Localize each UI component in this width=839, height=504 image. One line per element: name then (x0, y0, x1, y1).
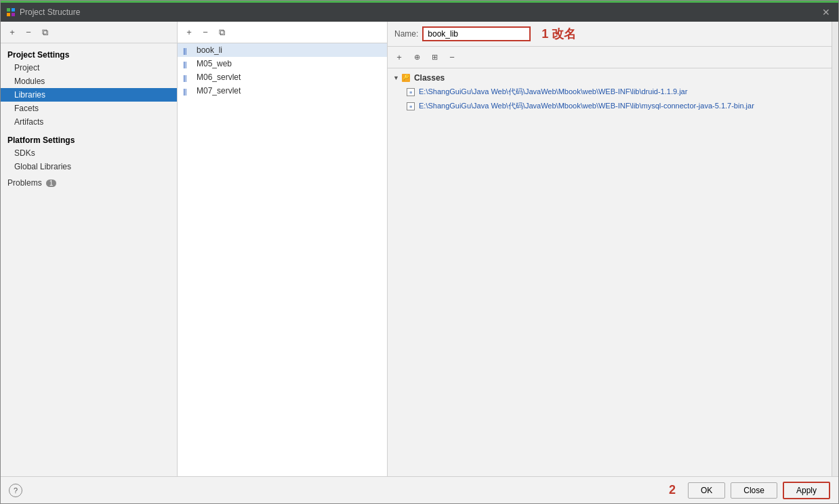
lib-item-M06_servlet[interactable]: M06_servlet (178, 70, 387, 84)
annotation-2: 2 (669, 483, 676, 497)
close-button[interactable]: ✕ (819, 5, 833, 19)
sidebar-item-sdks[interactable]: SDKs (1, 146, 177, 160)
lib-item-book_li[interactable]: book_li (178, 43, 387, 57)
problems-label: Problems (7, 178, 42, 188)
sidebar-item-modules[interactable]: Modules (1, 75, 177, 88)
svg-rect-3 (12, 13, 15, 16)
center-add-button[interactable]: + (182, 25, 197, 40)
left-toolbar: + − ⧉ (1, 22, 177, 43)
svg-rect-1 (12, 8, 15, 12)
main-content: + − ⧉ Project Settings Project Modules L… (1, 22, 838, 476)
detail-remove-button[interactable]: − (445, 50, 459, 65)
detail-add-button[interactable]: + (392, 50, 407, 65)
lib-icon (183, 60, 192, 68)
jar-icon: ≡ (407, 88, 415, 96)
center-panel: + − ⧉ book_li M05_web M06_servlet (178, 22, 388, 476)
classes-group: ▼ 🔑 Classes (388, 71, 832, 85)
detail-add-jar-button[interactable]: ⊞ (427, 50, 442, 65)
platform-settings-label: Platform Settings (1, 129, 177, 146)
lib-item-label: M07_servlet (197, 86, 241, 96)
annotation-rename: 1 改名 (541, 26, 576, 42)
title-bar: Project Structure ✕ (1, 3, 838, 22)
jar-item-1[interactable]: ≡ E:\ShangGuiGu\Java Web\代码\JavaWeb\Mboo… (388, 99, 832, 113)
sidebar-item-global-libraries[interactable]: Global Libraries (1, 160, 177, 173)
detail-toolbar: + ⊕ ⊞ − (388, 47, 832, 68)
center-copy-button[interactable]: ⧉ (214, 25, 229, 40)
svg-rect-2 (7, 13, 10, 16)
remove-button[interactable]: − (21, 25, 36, 40)
lib-item-label: M06_servlet (197, 72, 241, 82)
sidebar-item-project[interactable]: Project (1, 61, 177, 75)
jar-path-1: E:\ShangGuiGu\Java Web\代码\JavaWeb\Mbook\… (419, 101, 754, 111)
center-toolbar: + − ⧉ (178, 22, 387, 43)
bottom-bar: ? 2 OK Close Apply (1, 476, 838, 503)
name-label: Name: (394, 29, 418, 39)
project-structure-dialog: Project Structure ✕ + − ⧉ Project Settin… (0, 0, 839, 504)
ok-button[interactable]: OK (688, 482, 725, 499)
lib-item-label: M05_web (197, 59, 232, 68)
app-icon (6, 7, 16, 17)
detail-name-row: Name: 1 改名 (388, 22, 832, 47)
copy-button[interactable]: ⧉ (37, 25, 52, 40)
jar-path-0: E:\ShangGuiGu\Java Web\代码\JavaWeb\Mbook\… (419, 87, 687, 97)
lib-icon (183, 46, 192, 54)
svg-rect-0 (7, 8, 10, 12)
lib-item-M07_servlet[interactable]: M07_servlet (178, 84, 387, 98)
lib-item-M05_web[interactable]: M05_web (178, 57, 387, 70)
problems-badge: 1 (46, 180, 57, 187)
center-remove-button[interactable]: − (198, 25, 213, 40)
help-button[interactable]: ? (9, 484, 22, 497)
sidebar-item-facets[interactable]: Facets (1, 102, 177, 115)
project-settings-label: Project Settings (1, 46, 177, 61)
vertical-scrollbar[interactable] (832, 22, 838, 476)
bottom-left: ? (9, 484, 663, 497)
jar-icon: ≡ (407, 102, 415, 110)
detail-tree: ▼ 🔑 Classes ≡ E:\ShangGuiGu\Java Web\代码\… (388, 68, 832, 476)
left-panel: + − ⧉ Project Settings Project Modules L… (1, 22, 178, 476)
lib-item-label: book_li (197, 45, 222, 55)
name-input[interactable] (422, 26, 531, 41)
add-button[interactable]: + (5, 25, 20, 40)
detail-add-classes-button[interactable]: ⊕ (409, 50, 424, 65)
lib-icon (183, 73, 192, 81)
dialog-title: Project Structure (20, 7, 815, 17)
sidebar-item-artifacts[interactable]: Artifacts (1, 115, 177, 129)
jar-item-0[interactable]: ≡ E:\ShangGuiGu\Java Web\代码\JavaWeb\Mboo… (388, 85, 832, 99)
lib-list: book_li M05_web M06_servlet M07_servlet (178, 43, 387, 476)
lib-icon (183, 87, 192, 95)
close-dialog-button[interactable]: Close (731, 482, 777, 499)
classes-label: Classes (414, 73, 445, 83)
apply-button[interactable]: Apply (783, 482, 830, 499)
sidebar-item-problems[interactable]: Problems 1 (1, 176, 177, 190)
collapse-icon[interactable]: ▼ (393, 75, 399, 81)
left-nav: Project Settings Project Modules Librari… (1, 43, 177, 476)
sidebar-item-libraries[interactable]: Libraries (1, 88, 177, 102)
classes-key-icon: 🔑 (402, 74, 410, 82)
detail-panel: Name: 1 改名 + ⊕ ⊞ − ▼ 🔑 Classes ≡ (388, 22, 832, 476)
